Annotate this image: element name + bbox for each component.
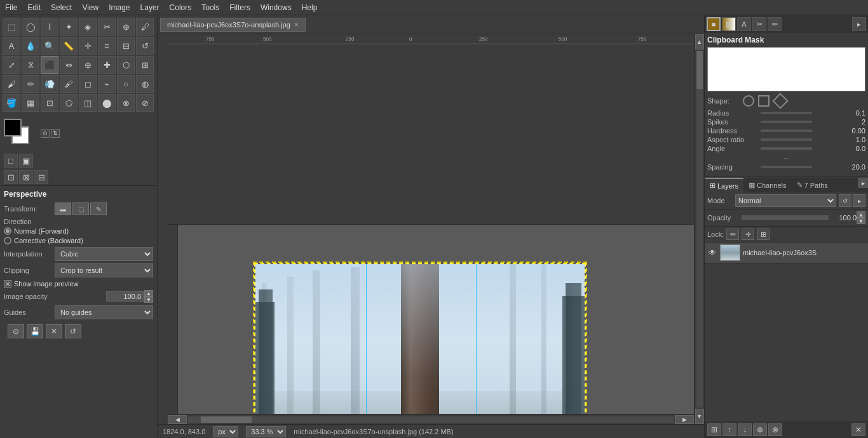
- canvas-image[interactable]: [254, 263, 586, 415]
- menu-layer[interactable]: Layer: [135, 1, 165, 14]
- menu-tools[interactable]: Tools: [196, 1, 224, 14]
- tool-paths[interactable]: 🖊: [136, 18, 154, 36]
- tool-placeholder1[interactable]: ⊡: [41, 94, 58, 112]
- tool-placeholder5[interactable]: ⊗: [117, 94, 135, 112]
- lower-layer-btn[interactable]: ↓: [738, 423, 752, 436]
- tool-move[interactable]: ✛: [79, 37, 97, 55]
- tool-warp[interactable]: ⊞: [136, 56, 154, 74]
- lock-position-btn[interactable]: ✛: [742, 229, 754, 240]
- unit-select[interactable]: px: [213, 426, 238, 437]
- menu-file[interactable]: File: [0, 1, 22, 14]
- swap-colors-icon[interactable]: ⇅: [51, 129, 60, 138]
- panel-expand-icon[interactable]: ▸: [852, 17, 866, 31]
- tool-placeholder2[interactable]: ⬠: [60, 94, 78, 112]
- v-scrollbar-thumb[interactable]: [696, 51, 703, 89]
- transform-selection-btn[interactable]: ⬚: [72, 202, 89, 215]
- tab-layers[interactable]: ⊞ Layers: [705, 178, 743, 192]
- tool-select-by-color[interactable]: ◈: [79, 18, 97, 36]
- zoom-select[interactable]: 33.3 %: [246, 426, 286, 437]
- panel-font-icon[interactable]: A: [737, 17, 751, 31]
- mask-mode-icon[interactable]: ▣: [19, 154, 33, 168]
- tool-convolve[interactable]: ◍: [136, 75, 154, 93]
- canvas-viewport[interactable]: [178, 225, 694, 415]
- corrective-direction-row[interactable]: Corrective (Backward): [4, 237, 153, 244]
- radius-slider[interactable]: [761, 112, 812, 114]
- tool-flip[interactable]: ⇔: [60, 56, 78, 74]
- tool-perspective2[interactable]: ⬡: [117, 56, 135, 74]
- raise-layer-btn[interactable]: ↑: [722, 423, 736, 436]
- show-preview-row[interactable]: ✕ Show image preview: [4, 280, 153, 288]
- lock-all-btn[interactable]: ⊞: [757, 229, 770, 240]
- tool-zoom[interactable]: 🔍: [41, 37, 58, 55]
- panel-gradient-icon[interactable]: ▨: [722, 17, 736, 31]
- image-opacity-input[interactable]: [106, 291, 144, 302]
- fullscreen-view-icon[interactable]: ⊠: [19, 170, 33, 184]
- tool-clone[interactable]: ⊕: [79, 56, 97, 74]
- panel-scissors-icon[interactable]: ✂: [752, 17, 766, 31]
- spacing-slider[interactable]: [761, 166, 812, 168]
- h-scrollbar[interactable]: ◀ ▶: [168, 414, 694, 424]
- tool-placeholder3[interactable]: ◫: [79, 94, 97, 112]
- layer-item[interactable]: 👁 michael-liao-pcvJ6ox3S: [705, 242, 868, 263]
- presentation-icon[interactable]: ⊟: [34, 170, 48, 184]
- normal-direction-row[interactable]: Normal (Forward): [4, 227, 153, 235]
- tool-fuzzy-select[interactable]: ✦: [60, 18, 78, 36]
- opacity-up[interactable]: ▲: [857, 211, 865, 218]
- scroll-left-btn[interactable]: ◀: [168, 415, 187, 424]
- tool-ellipse-select[interactable]: ◯: [22, 18, 39, 36]
- transform-layer-btn[interactable]: ▬: [55, 202, 71, 215]
- menu-help[interactable]: Help: [297, 1, 323, 14]
- tab-channels[interactable]: ▦ Channels: [743, 178, 791, 192]
- layer-visibility-toggle[interactable]: 👁: [707, 248, 717, 258]
- tool-heal[interactable]: ✚: [98, 56, 116, 74]
- menu-edit[interactable]: Edit: [22, 1, 46, 14]
- layers-panel-expand[interactable]: ▸: [858, 178, 868, 188]
- tool-pencil[interactable]: ✏: [22, 75, 39, 93]
- tool-paintbrush[interactable]: 🖌: [3, 75, 20, 93]
- opacity-down-btn[interactable]: ▼: [144, 296, 153, 303]
- tool-crop[interactable]: ⊟: [117, 37, 135, 55]
- panel-pencil-icon[interactable]: ✏: [768, 17, 782, 31]
- normal-direction-radio[interactable]: [4, 227, 11, 235]
- lock-pixels-btn[interactable]: ✏: [726, 229, 739, 240]
- menu-view[interactable]: View: [77, 1, 104, 14]
- aspect-ratio-slider[interactable]: [761, 138, 812, 141]
- interpolation-select[interactable]: Cubic: [55, 247, 153, 261]
- tool-scale[interactable]: ⤢: [3, 56, 20, 74]
- save-preset-btn[interactable]: 💾: [27, 324, 43, 338]
- tool-free-select[interactable]: ⌇: [41, 18, 58, 36]
- scroll-down-btn[interactable]: ▼: [695, 409, 704, 424]
- spikes-slider[interactable]: [761, 121, 812, 123]
- reset-tool-btn[interactable]: ↺: [65, 324, 81, 338]
- angle-slider[interactable]: [761, 147, 812, 150]
- menu-windows[interactable]: Windows: [255, 1, 297, 14]
- tool-rect-select[interactable]: ⬚: [3, 18, 20, 36]
- menu-select[interactable]: Select: [46, 1, 77, 14]
- tool-measure[interactable]: 📏: [60, 37, 78, 55]
- canvas-tab-close-btn[interactable]: ×: [294, 20, 299, 29]
- h-scrollbar-track[interactable]: [188, 416, 674, 423]
- opacity-up-btn[interactable]: ▲: [144, 290, 153, 296]
- guides-select[interactable]: No guides: [55, 305, 153, 319]
- tool-gradient[interactable]: ▦: [22, 94, 39, 112]
- panel-color-icon[interactable]: ■: [707, 17, 721, 31]
- foreground-color-swatch[interactable]: [4, 119, 22, 136]
- new-layer-from-visible-btn[interactable]: ⊞: [707, 423, 721, 436]
- canvas-image-area[interactable]: [178, 225, 694, 415]
- tool-dodge[interactable]: ○: [117, 75, 135, 93]
- delete-layer-btn[interactable]: ✕: [851, 423, 865, 436]
- clipping-select[interactable]: Crop to result: [55, 263, 153, 277]
- menu-image[interactable]: Image: [104, 1, 135, 14]
- tool-perspective[interactable]: ⬛: [41, 56, 58, 74]
- normal-view-icon[interactable]: ⊡: [4, 170, 18, 184]
- tool-placeholder6[interactable]: ⊘: [136, 94, 154, 112]
- shape-square-option[interactable]: [758, 95, 770, 107]
- transform-path-btn[interactable]: ✎: [90, 202, 107, 215]
- reset-colors-icon[interactable]: ⊙: [41, 129, 50, 138]
- shape-circle-option[interactable]: [743, 95, 754, 107]
- hardness-slider[interactable]: [761, 129, 812, 132]
- paint-mode-icon[interactable]: □: [4, 154, 18, 168]
- scroll-up-btn[interactable]: ▲: [695, 34, 704, 50]
- show-preview-checkbox[interactable]: ✕: [4, 280, 11, 288]
- opacity-down[interactable]: ▼: [857, 218, 865, 224]
